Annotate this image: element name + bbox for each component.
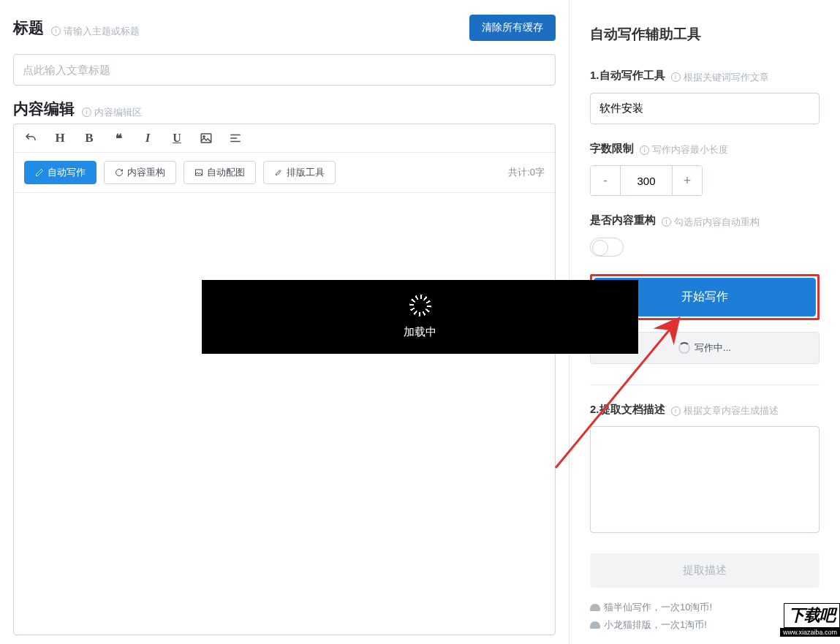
info-icon: i — [640, 145, 649, 155]
underline-icon[interactable]: U — [170, 132, 183, 145]
image-small-icon — [194, 168, 203, 177]
extract-desc-label: 2.提取文档描述 — [590, 403, 665, 417]
layout-tool-button[interactable]: 排版工具 — [263, 161, 336, 184]
align-icon[interactable] — [229, 132, 242, 145]
word-limit-input[interactable] — [620, 166, 673, 195]
italic-icon[interactable]: I — [141, 132, 154, 145]
undo-icon[interactable] — [24, 132, 37, 145]
rewrite-toggle-label: 是否内容重构 — [590, 213, 656, 227]
cat-icon — [590, 621, 600, 629]
content-editor-hint: i 内容编辑区 — [82, 106, 142, 119]
info-icon: i — [662, 217, 671, 227]
svg-point-1 — [203, 136, 205, 137]
heading-icon[interactable]: H — [53, 132, 67, 145]
info-icon: i — [671, 406, 681, 416]
watermark-main: 下载吧 — [784, 603, 840, 628]
refresh-icon — [115, 168, 124, 177]
format-toolbar: H B ❝ I U — [14, 124, 555, 153]
sidebar-title: 自动写作辅助工具 — [590, 25, 820, 44]
word-limit-label: 字数限制 — [590, 142, 634, 156]
content-editor-label: 内容编辑 — [13, 99, 75, 119]
auto-write-section-label: 1.自动写作工具 — [590, 69, 665, 83]
rewrite-button[interactable]: 内容重构 — [104, 161, 176, 184]
pencil-icon — [35, 168, 44, 177]
mini-spinner-icon — [678, 342, 690, 354]
stepper-increment-button[interactable]: + — [673, 166, 702, 195]
loading-overlay: 加载中 — [202, 280, 638, 354]
tool-icon — [274, 168, 283, 177]
info-icon: i — [51, 26, 61, 36]
extract-description-button[interactable]: 提取描述 — [590, 553, 820, 588]
spinner-icon — [409, 295, 431, 317]
keyword-input[interactable] — [590, 93, 820, 124]
watermark: 下载吧 www.xiazaiba.com — [780, 603, 840, 637]
description-textarea[interactable] — [590, 426, 820, 533]
extract-desc-hint: i 根据文章内容生成描述 — [671, 404, 779, 417]
editor-container: H B ❝ I U 自动写作 — [13, 124, 556, 635]
rewrite-toggle[interactable] — [590, 238, 624, 257]
article-title-input[interactable] — [13, 54, 556, 86]
stepper-decrement-button[interactable]: - — [591, 166, 620, 195]
title-hint: i 请输入主题或标题 — [51, 25, 140, 38]
action-toolbar: 自动写作 内容重构 自动配图 排版工具 — [14, 153, 555, 193]
auto-write-button[interactable]: 自动写作 — [24, 161, 97, 184]
quote-icon[interactable]: ❝ — [112, 132, 125, 145]
word-limit-hint: i 写作内容最小长度 — [640, 143, 728, 156]
watermark-sub: www.xiazaiba.com — [780, 628, 840, 637]
sidebar-divider — [590, 384, 820, 385]
word-limit-stepper: - + — [590, 165, 703, 196]
cat-icon — [590, 604, 600, 611]
title-label: 标题 — [13, 18, 44, 38]
bold-icon[interactable]: B — [83, 132, 96, 145]
info-icon: i — [671, 72, 681, 82]
info-icon: i — [82, 107, 91, 117]
auto-image-button[interactable]: 自动配图 — [183, 161, 256, 184]
auto-write-section-hint: i 根据关键词写作文章 — [671, 71, 769, 84]
word-counter: 共计:0字 — [508, 166, 545, 179]
loading-text: 加载中 — [404, 325, 436, 339]
image-icon[interactable] — [200, 132, 213, 145]
rewrite-toggle-hint: i 勾选后内容自动重构 — [662, 216, 760, 229]
clear-cache-button[interactable]: 清除所有缓存 — [469, 15, 556, 41]
